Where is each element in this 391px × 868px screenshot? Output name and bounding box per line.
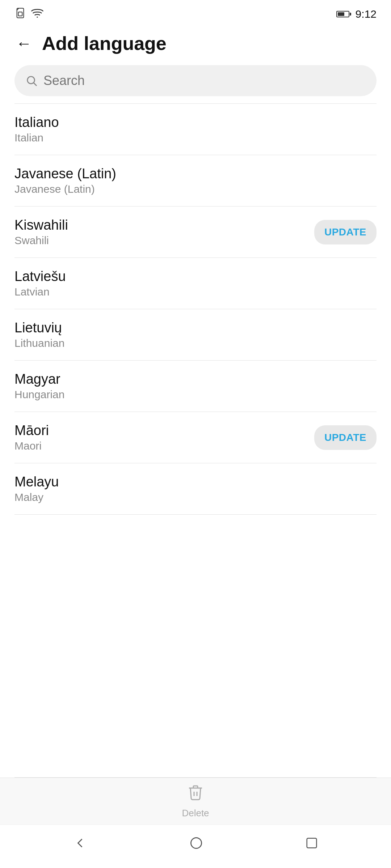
back-button[interactable]: ← [14, 34, 33, 53]
nav-recent-icon [304, 836, 319, 854]
lang-native: Latviešu [14, 269, 66, 284]
sim-icon [14, 7, 26, 21]
language-text: KiswahiliSwahili [14, 217, 68, 247]
lang-native: Magyar [14, 371, 64, 387]
language-text: LietuviųLithuanian [14, 320, 64, 349]
lang-native: Kiswahili [14, 217, 68, 233]
language-item[interactable]: LatviešuLatvian [0, 258, 391, 309]
status-icons [14, 7, 43, 21]
bottom-toolbar: Delete [0, 778, 391, 825]
battery-icon [336, 11, 351, 17]
language-text: MāoriMaori [14, 423, 49, 452]
lang-english: Hungarian [14, 388, 64, 401]
svg-rect-1 [18, 12, 22, 16]
update-button[interactable]: UPDATE [314, 220, 377, 244]
language-list: ItalianoItalianJavanese (Latin)Javanese … [0, 104, 391, 777]
language-item[interactable]: MelayuMalay [0, 463, 391, 514]
lang-english: Lithuanian [14, 337, 64, 349]
nav-back-button[interactable] [68, 831, 92, 858]
search-container [0, 65, 391, 103]
back-arrow-icon: ← [16, 35, 32, 51]
svg-line-4 [34, 83, 37, 86]
lang-native: Lietuvių [14, 320, 64, 336]
lang-native: Māori [14, 423, 49, 438]
language-text: ItalianoItalian [14, 115, 59, 144]
lang-native: Javanese (Latin) [14, 166, 116, 182]
update-button[interactable]: UPDATE [314, 425, 377, 450]
nav-home-button[interactable] [185, 831, 208, 858]
lang-english: Swahili [14, 234, 68, 247]
nav-bar [0, 825, 391, 868]
lang-native: Melayu [14, 474, 59, 490]
language-item[interactable]: KiswahiliSwahiliUPDATE [0, 207, 391, 258]
svg-point-2 [37, 16, 38, 17]
language-item[interactable]: ItalianoItalian [0, 104, 391, 155]
svg-rect-0 [17, 8, 24, 18]
language-text: MagyarHungarian [14, 371, 64, 401]
delete-label: Delete [182, 808, 209, 819]
lang-english: Italian [14, 132, 59, 144]
language-item[interactable]: MagyarHungarian [0, 361, 391, 412]
wifi-icon [31, 8, 43, 21]
delete-button[interactable]: Delete [182, 784, 209, 819]
search-bar[interactable] [14, 65, 377, 96]
lang-english: Latvian [14, 286, 66, 298]
lang-english: Malay [14, 491, 59, 503]
nav-back-icon [72, 835, 88, 854]
trash-icon [187, 784, 204, 805]
nav-recent-button[interactable] [301, 832, 323, 857]
svg-point-3 [28, 77, 35, 84]
nav-home-icon [188, 835, 204, 854]
language-text: LatviešuLatvian [14, 269, 66, 298]
lang-english: Javanese (Latin) [14, 183, 116, 195]
search-input[interactable] [43, 73, 366, 88]
time-display: 9:12 [356, 8, 377, 20]
language-item[interactable]: LietuviųLithuanian [0, 309, 391, 360]
svg-point-5 [191, 838, 201, 848]
language-item[interactable]: MāoriMaoriUPDATE [0, 412, 391, 463]
header: ← Add language [0, 25, 391, 65]
page-title: Add language [42, 33, 167, 54]
language-text: Javanese (Latin)Javanese (Latin) [14, 166, 116, 195]
status-right: 9:12 [336, 8, 377, 20]
lang-english: Maori [14, 440, 49, 452]
svg-rect-6 [307, 838, 317, 848]
language-item[interactable]: Javanese (Latin)Javanese (Latin) [0, 155, 391, 206]
search-icon [25, 75, 38, 87]
status-bar: 9:12 [0, 0, 391, 25]
language-text: MelayuMalay [14, 474, 59, 503]
lang-native: Italiano [14, 115, 59, 130]
item-divider [14, 514, 377, 515]
